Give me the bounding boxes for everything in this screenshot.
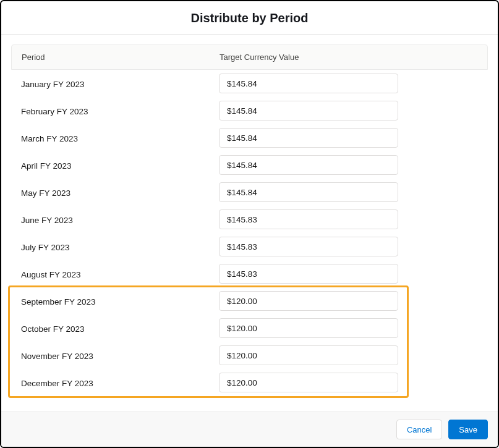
currency-input[interactable] xyxy=(219,318,398,338)
period-label: November FY 2023 xyxy=(21,350,219,361)
table-row: October FY 2023 xyxy=(11,315,488,342)
period-label: September FY 2023 xyxy=(21,296,219,306)
grid-header: Period Target Currency Value xyxy=(11,44,488,70)
cancel-button[interactable]: Cancel xyxy=(396,420,442,439)
header-value: Target Currency Value xyxy=(220,53,477,62)
value-wrap xyxy=(219,101,398,120)
table-row: August FY 2023 xyxy=(11,260,488,287)
table-row: June FY 2023 xyxy=(11,206,488,233)
table-row: April FY 2023 xyxy=(11,151,488,179)
period-label: July FY 2023 xyxy=(21,242,219,252)
period-label: January FY 2023 xyxy=(21,78,219,89)
currency-input[interactable] xyxy=(219,345,398,365)
modal-body: Period Target Currency Value January FY … xyxy=(1,35,498,412)
currency-input[interactable] xyxy=(219,155,398,175)
currency-input[interactable] xyxy=(219,101,398,120)
value-wrap xyxy=(219,318,398,338)
currency-input[interactable] xyxy=(219,373,398,392)
value-wrap xyxy=(219,74,398,93)
period-label: April FY 2023 xyxy=(21,160,219,171)
table-row: November FY 2023 xyxy=(11,342,488,369)
value-wrap xyxy=(219,237,398,256)
header-period: Period xyxy=(22,53,220,62)
value-wrap xyxy=(219,291,398,311)
modal-footer: Cancel Save xyxy=(1,412,498,447)
distribute-modal: Distribute by Period Period Target Curre… xyxy=(1,1,498,447)
currency-input[interactable] xyxy=(219,182,398,202)
table-row: December FY 2023 xyxy=(11,369,488,396)
save-button[interactable]: Save xyxy=(448,420,488,439)
currency-input[interactable] xyxy=(219,74,398,93)
period-label: June FY 2023 xyxy=(21,214,219,225)
value-wrap xyxy=(219,264,398,284)
table-row: May FY 2023 xyxy=(11,179,488,206)
period-label: May FY 2023 xyxy=(21,187,219,198)
modal-title: Distribute by Period xyxy=(1,11,498,25)
table-row: September FY 2023 xyxy=(11,287,488,315)
value-wrap xyxy=(219,182,398,202)
currency-input[interactable] xyxy=(219,209,398,229)
value-wrap xyxy=(219,128,398,148)
currency-input[interactable] xyxy=(219,264,398,284)
period-label: August FY 2023 xyxy=(21,269,219,279)
table-row: March FY 2023 xyxy=(11,124,488,151)
value-wrap xyxy=(219,373,398,392)
table-row: February FY 2023 xyxy=(11,97,488,124)
currency-input[interactable] xyxy=(219,237,398,256)
value-wrap xyxy=(219,155,398,175)
value-wrap xyxy=(219,209,398,229)
table-row: January FY 2023 xyxy=(11,70,488,97)
rows-container: January FY 2023February FY 2023March FY … xyxy=(11,70,488,396)
modal-header: Distribute by Period xyxy=(1,1,498,35)
period-label: March FY 2023 xyxy=(21,133,219,143)
period-label: February FY 2023 xyxy=(21,106,219,116)
value-wrap xyxy=(219,345,398,365)
period-label: October FY 2023 xyxy=(21,323,219,334)
period-label: December FY 2023 xyxy=(21,378,219,388)
table-row: July FY 2023 xyxy=(11,233,488,260)
currency-input[interactable] xyxy=(219,291,398,311)
currency-input[interactable] xyxy=(219,128,398,148)
